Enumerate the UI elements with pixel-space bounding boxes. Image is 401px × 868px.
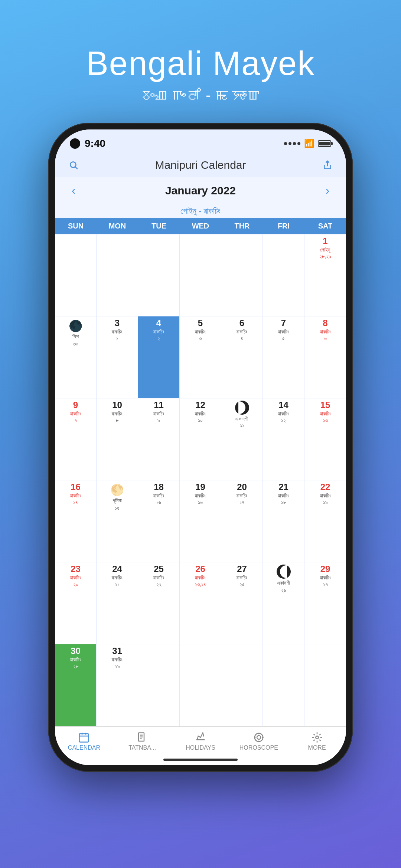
calendar-tab-icon: [78, 732, 89, 743]
cal-cell-empty-r6-4[interactable]: [180, 644, 221, 726]
cal-cell-empty-6[interactable]: [263, 234, 304, 316]
tab-more[interactable]: MORE: [288, 732, 346, 751]
cal-cell-7[interactable]: 7 ৱাকচিং৫: [263, 316, 304, 398]
cal-cell-27[interactable]: 27 ৱাকচিং২৫: [221, 562, 263, 644]
cal-cell-19[interactable]: 19 ৱাকচিং১৬: [180, 480, 221, 562]
date-1-sub: পোইনু২৮,২৯: [319, 246, 331, 260]
day-header-sat: SAT: [304, 218, 346, 234]
date-24-sub: ৱাকচিং২১: [112, 574, 123, 588]
cal-cell-5[interactable]: 5 ৱাকচিং৩: [180, 316, 221, 398]
day-header-thr: THR: [221, 218, 263, 234]
tab-horoscope[interactable]: HOROSCOPE: [229, 732, 288, 751]
cal-cell-3[interactable]: 3 ৱাকচিং১: [97, 316, 138, 398]
cal-cell-22[interactable]: 22 ৱাকচিং১৯: [304, 480, 346, 562]
date-21: 21: [278, 483, 288, 491]
search-icon[interactable]: [66, 158, 81, 172]
cal-cell-28[interactable]: একাদশী ২৬: [263, 562, 304, 644]
date-11: 11: [154, 401, 164, 410]
cal-cell-20[interactable]: 20 ৱাকচিং১৭: [221, 480, 263, 562]
cal-cell-empty-2[interactable]: [97, 234, 138, 316]
date-12: 12: [195, 401, 205, 410]
cal-cell-empty-r6-3[interactable]: [138, 644, 180, 726]
date-27-sub: ৱাকচিং২৫: [237, 574, 247, 588]
app-title: Bengali Mayek: [86, 45, 315, 83]
date-13-sub: একাদশী১১: [235, 415, 248, 429]
cal-cell-2[interactable]: 🌑 থিশ ৩০: [55, 316, 97, 398]
cal-cell-9[interactable]: 9 ৱাকচিং৭: [55, 398, 97, 480]
date-19-sub: ৱাকচিং১৬: [195, 492, 206, 506]
nav-bar: Manipuri Calendar: [55, 153, 346, 177]
tab-holidays[interactable]: HOLIDAYS: [172, 732, 230, 751]
tab-bar: CALENDAR TATNBA... HOLIDAYS: [55, 726, 346, 754]
day-header-sun: SUN: [55, 218, 97, 234]
cal-cell-13[interactable]: একাদশী১১: [221, 398, 263, 480]
cal-cell-23[interactable]: 23 ৱাকচিং২০: [55, 562, 97, 644]
cal-cell-empty-1[interactable]: [55, 234, 97, 316]
date-15: 15: [320, 401, 330, 410]
date-4-sub: ৱাকচিং২: [153, 328, 164, 342]
cal-cell-1[interactable]: 1 পোইনু২৮,২৯: [304, 234, 346, 316]
svg-point-11: [255, 733, 263, 742]
moon-icon-dark: 🌑: [69, 319, 82, 332]
waning-moon-icon: [277, 565, 291, 579]
cal-cell-26[interactable]: 26 ৱাকচিং২৩,২৪: [180, 562, 221, 644]
month-header: ‹ January 2022 ›: [55, 177, 346, 204]
app-subtitle: ꯕꯦꯉꯒꯦꯂꯤ - ꯃꯌꯦꯛ: [86, 86, 315, 104]
date-30-sub: ৱাকচিং২৮: [70, 656, 81, 670]
cal-cell-30[interactable]: 30 ৱাকচিং২৮: [55, 644, 97, 726]
date-18-sub: ৱাকচিং১৬: [153, 492, 164, 506]
cal-cell-6[interactable]: 6 ৱাকচিং৪: [221, 316, 263, 398]
date-25-sub: ৱাকচিং২২: [153, 574, 164, 588]
phone-screen: 9:40 📶 Manipur: [55, 129, 346, 765]
cal-cell-24[interactable]: 24 ৱাকচিং২১: [97, 562, 138, 644]
cal-cell-16[interactable]: 16 ৱাকচিং১৪: [55, 480, 97, 562]
cal-cell-31[interactable]: 31 ৱাকচিং২৯: [97, 644, 138, 726]
date-26: 26: [195, 565, 205, 573]
signal-dot-2: [288, 142, 291, 145]
share-icon[interactable]: [320, 158, 335, 172]
cal-cell-8[interactable]: 8 ৱাকচিং৬: [304, 316, 346, 398]
cal-cell-empty-4[interactable]: [180, 234, 221, 316]
phone-frame: 9:40 📶 Manipur: [48, 123, 353, 772]
date-20: 20: [237, 483, 247, 491]
cal-cell-15[interactable]: 15 ৱাকচিং১৩: [304, 398, 346, 480]
cal-cell-empty-5[interactable]: [221, 234, 263, 316]
date-9-sub: ৱাকচিং৭: [70, 410, 81, 424]
prev-month-button[interactable]: ‹: [66, 184, 81, 197]
half-moon-icon: [235, 401, 249, 415]
cal-cell-empty-r6-7[interactable]: [304, 644, 346, 726]
date-11-sub: ৱাকচিং৯: [153, 410, 164, 424]
month-title: January 2022: [165, 184, 236, 197]
horoscope-tab-icon: [253, 732, 264, 743]
date-19: 19: [195, 483, 205, 491]
cal-cell-12[interactable]: 12 ৱাকচিং১০: [180, 398, 221, 480]
date-26-sub: ৱাকচিং২৩,২৪: [195, 574, 206, 588]
cal-cell-21[interactable]: 21 ৱাকচিং১৮: [263, 480, 304, 562]
cal-cell-empty-3[interactable]: [138, 234, 180, 316]
cal-cell-17[interactable]: 🌕 পুনিমা ১৫: [97, 480, 138, 562]
date-10-sub: ৱাকচিং৮: [112, 410, 123, 424]
cal-cell-25[interactable]: 25 ৱাকচিং২২: [138, 562, 180, 644]
cal-cell-11[interactable]: 11 ৱাকচিং৯: [138, 398, 180, 480]
next-month-button[interactable]: ›: [320, 184, 335, 197]
calendar-container: ‹ January 2022 › পোইনু - ৱাকচিং SUN MON …: [55, 177, 346, 726]
date-5-sub: ৱাকচিং৩: [195, 328, 206, 342]
svg-rect-3: [79, 734, 89, 742]
date-27: 27: [237, 565, 247, 573]
tab-holidays-label: HOLIDAYS: [186, 744, 215, 751]
cal-cell-empty-r6-6[interactable]: [263, 644, 304, 726]
app-header: Bengali Mayek ꯕꯦꯉꯒꯦꯂꯤ - ꯃꯌꯦꯛ: [86, 0, 315, 123]
cal-cell-empty-r6-5[interactable]: [221, 644, 263, 726]
cal-cell-14[interactable]: 14 ৱাকচিং১২: [263, 398, 304, 480]
nav-title: Manipuri Calendar: [92, 159, 309, 171]
day-header-wed: WED: [180, 218, 221, 234]
cal-cell-18[interactable]: 18 ৱাকচিং১৬: [138, 480, 180, 562]
date-30: 30: [71, 647, 81, 655]
tab-tatnba[interactable]: TATNBA...: [113, 732, 172, 751]
cal-cell-10[interactable]: 10 ৱাকচিং৮: [97, 398, 138, 480]
svg-line-1: [75, 167, 78, 169]
cal-cell-4[interactable]: 4 ৱাকচিং২: [138, 316, 180, 398]
cal-cell-29[interactable]: 29 ৱাকচিং২৭: [304, 562, 346, 644]
svg-point-12: [257, 736, 261, 739]
tab-calendar[interactable]: CALENDAR: [55, 732, 113, 751]
